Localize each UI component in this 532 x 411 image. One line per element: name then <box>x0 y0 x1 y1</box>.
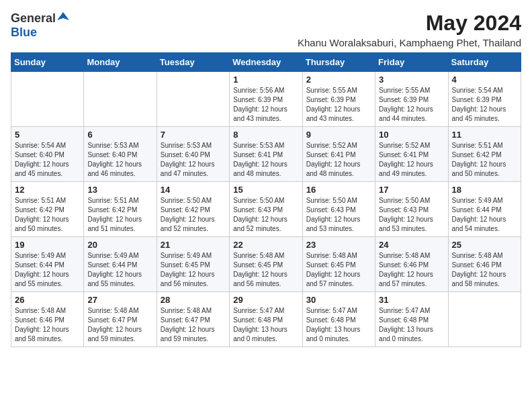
week-row-5: 26Sunrise: 5:48 AMSunset: 6:46 PMDayligh… <box>11 292 521 347</box>
day-info: Sunrise: 5:52 AMSunset: 6:41 PMDaylight:… <box>306 141 371 179</box>
calendar-cell: 4Sunrise: 5:54 AMSunset: 6:39 PMDaylight… <box>448 72 521 127</box>
day-info: Sunrise: 5:49 AMSunset: 6:45 PMDaylight:… <box>161 251 226 289</box>
day-info: Sunrise: 5:50 AMSunset: 6:42 PMDaylight:… <box>161 196 226 234</box>
day-info: Sunrise: 5:51 AMSunset: 6:42 PMDaylight:… <box>452 141 517 179</box>
day-info: Sunrise: 5:51 AMSunset: 6:42 PMDaylight:… <box>15 196 80 234</box>
week-row-3: 12Sunrise: 5:51 AMSunset: 6:42 PMDayligh… <box>11 182 521 237</box>
calendar-cell <box>157 72 229 127</box>
day-number: 17 <box>379 185 444 195</box>
day-info: Sunrise: 5:49 AMSunset: 6:44 PMDaylight:… <box>15 251 80 289</box>
week-row-1: 1Sunrise: 5:56 AMSunset: 6:39 PMDaylight… <box>11 72 521 127</box>
calendar-cell: 25Sunrise: 5:48 AMSunset: 6:46 PMDayligh… <box>448 237 521 292</box>
calendar-cell: 17Sunrise: 5:50 AMSunset: 6:43 PMDayligh… <box>375 182 448 237</box>
calendar-cell <box>84 72 157 127</box>
weekday-header-row: SundayMondayTuesdayWednesdayThursdayFrid… <box>11 53 521 72</box>
subtitle: Khanu Woralaksaburi, Kamphaeng Phet, Tha… <box>298 37 521 48</box>
day-number: 5 <box>15 130 80 140</box>
day-number: 7 <box>161 130 226 140</box>
day-number: 30 <box>306 295 371 305</box>
calendar-cell <box>11 72 84 127</box>
day-info: Sunrise: 5:56 AMSunset: 6:39 PMDaylight:… <box>233 86 298 124</box>
logo-general-text: General <box>11 11 56 26</box>
day-number: 11 <box>452 130 517 140</box>
day-info: Sunrise: 5:47 AMSunset: 6:48 PMDaylight:… <box>233 306 298 344</box>
title-block: May 2024 Khanu Woralaksaburi, Kamphaeng … <box>298 11 521 48</box>
weekday-header-saturday: Saturday <box>448 53 521 72</box>
day-number: 10 <box>379 130 444 140</box>
calendar-cell: 14Sunrise: 5:50 AMSunset: 6:42 PMDayligh… <box>157 182 229 237</box>
day-info: Sunrise: 5:50 AMSunset: 6:43 PMDaylight:… <box>379 196 444 234</box>
day-number: 9 <box>306 130 371 140</box>
calendar-cell <box>448 292 521 347</box>
day-info: Sunrise: 5:47 AMSunset: 6:48 PMDaylight:… <box>379 306 444 344</box>
day-info: Sunrise: 5:50 AMSunset: 6:43 PMDaylight:… <box>306 196 371 234</box>
day-number: 27 <box>87 295 152 305</box>
day-info: Sunrise: 5:48 AMSunset: 6:46 PMDaylight:… <box>15 306 80 344</box>
day-number: 8 <box>233 130 298 140</box>
calendar-cell: 6Sunrise: 5:53 AMSunset: 6:40 PMDaylight… <box>84 127 157 182</box>
day-number: 3 <box>379 75 444 85</box>
calendar-cell: 24Sunrise: 5:48 AMSunset: 6:46 PMDayligh… <box>375 237 448 292</box>
calendar-cell: 13Sunrise: 5:51 AMSunset: 6:42 PMDayligh… <box>84 182 157 237</box>
weekday-header-wednesday: Wednesday <box>230 53 302 72</box>
day-info: Sunrise: 5:52 AMSunset: 6:41 PMDaylight:… <box>379 141 444 179</box>
weekday-header-thursday: Thursday <box>302 53 375 72</box>
calendar-cell: 20Sunrise: 5:49 AMSunset: 6:44 PMDayligh… <box>84 237 157 292</box>
calendar-cell: 12Sunrise: 5:51 AMSunset: 6:42 PMDayligh… <box>11 182 84 237</box>
day-info: Sunrise: 5:54 AMSunset: 6:40 PMDaylight:… <box>15 141 80 179</box>
day-number: 6 <box>87 130 152 140</box>
calendar-cell: 31Sunrise: 5:47 AMSunset: 6:48 PMDayligh… <box>375 292 448 347</box>
main-title: May 2024 <box>298 11 521 36</box>
calendar-cell: 22Sunrise: 5:48 AMSunset: 6:45 PMDayligh… <box>230 237 302 292</box>
day-info: Sunrise: 5:50 AMSunset: 6:43 PMDaylight:… <box>233 196 298 234</box>
day-number: 4 <box>452 75 517 85</box>
day-number: 13 <box>87 185 152 195</box>
calendar-cell: 15Sunrise: 5:50 AMSunset: 6:43 PMDayligh… <box>230 182 302 237</box>
calendar-cell: 30Sunrise: 5:47 AMSunset: 6:48 PMDayligh… <box>302 292 375 347</box>
day-info: Sunrise: 5:55 AMSunset: 6:39 PMDaylight:… <box>379 86 444 124</box>
day-number: 21 <box>161 240 226 250</box>
calendar-cell: 2Sunrise: 5:55 AMSunset: 6:39 PMDaylight… <box>302 72 375 127</box>
day-number: 2 <box>306 75 371 85</box>
day-info: Sunrise: 5:49 AMSunset: 6:44 PMDaylight:… <box>452 196 517 234</box>
calendar-cell: 27Sunrise: 5:48 AMSunset: 6:47 PMDayligh… <box>84 292 157 347</box>
svg-marker-0 <box>57 12 69 20</box>
day-info: Sunrise: 5:55 AMSunset: 6:39 PMDaylight:… <box>306 86 371 124</box>
day-number: 20 <box>87 240 152 250</box>
day-number: 23 <box>306 240 371 250</box>
calendar-cell: 29Sunrise: 5:47 AMSunset: 6:48 PMDayligh… <box>230 292 302 347</box>
weekday-header-sunday: Sunday <box>11 53 84 72</box>
calendar-cell: 3Sunrise: 5:55 AMSunset: 6:39 PMDaylight… <box>375 72 448 127</box>
calendar-cell: 18Sunrise: 5:49 AMSunset: 6:44 PMDayligh… <box>448 182 521 237</box>
day-number: 26 <box>15 295 80 305</box>
calendar-cell: 19Sunrise: 5:49 AMSunset: 6:44 PMDayligh… <box>11 237 84 292</box>
calendar-table: SundayMondayTuesdayWednesdayThursdayFrid… <box>11 52 521 347</box>
weekday-header-friday: Friday <box>375 53 448 72</box>
day-number: 31 <box>379 295 444 305</box>
day-number: 19 <box>15 240 80 250</box>
day-number: 16 <box>306 185 371 195</box>
day-number: 18 <box>452 185 517 195</box>
week-row-4: 19Sunrise: 5:49 AMSunset: 6:44 PMDayligh… <box>11 237 521 292</box>
day-number: 15 <box>233 185 298 195</box>
day-number: 25 <box>452 240 517 250</box>
week-row-2: 5Sunrise: 5:54 AMSunset: 6:40 PMDaylight… <box>11 127 521 182</box>
day-number: 14 <box>161 185 226 195</box>
day-info: Sunrise: 5:49 AMSunset: 6:44 PMDaylight:… <box>87 251 152 289</box>
day-number: 1 <box>233 75 298 85</box>
calendar-cell: 16Sunrise: 5:50 AMSunset: 6:43 PMDayligh… <box>302 182 375 237</box>
calendar-cell: 26Sunrise: 5:48 AMSunset: 6:46 PMDayligh… <box>11 292 84 347</box>
calendar-cell: 11Sunrise: 5:51 AMSunset: 6:42 PMDayligh… <box>448 127 521 182</box>
day-number: 12 <box>15 185 80 195</box>
calendar-cell: 8Sunrise: 5:53 AMSunset: 6:41 PMDaylight… <box>230 127 302 182</box>
calendar-cell: 5Sunrise: 5:54 AMSunset: 6:40 PMDaylight… <box>11 127 84 182</box>
calendar-cell: 1Sunrise: 5:56 AMSunset: 6:39 PMDaylight… <box>230 72 302 127</box>
day-info: Sunrise: 5:48 AMSunset: 6:47 PMDaylight:… <box>87 306 152 344</box>
calendar-cell: 10Sunrise: 5:52 AMSunset: 6:41 PMDayligh… <box>375 127 448 182</box>
calendar-cell: 23Sunrise: 5:48 AMSunset: 6:45 PMDayligh… <box>302 237 375 292</box>
weekday-header-monday: Monday <box>84 53 157 72</box>
logo-bird-icon <box>57 11 69 23</box>
calendar-cell: 7Sunrise: 5:53 AMSunset: 6:40 PMDaylight… <box>157 127 229 182</box>
day-info: Sunrise: 5:53 AMSunset: 6:41 PMDaylight:… <box>233 141 298 179</box>
page-header: General Blue May 2024 Khanu Woralaksabur… <box>11 11 521 48</box>
